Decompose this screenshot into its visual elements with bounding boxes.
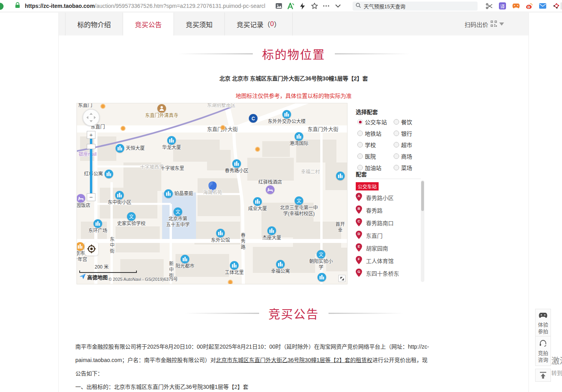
map-poi: 成业大厦 bbox=[248, 197, 267, 212]
property-link[interactable]: 北京市东城区东直门外大街乙36号院30幢1层等【2】套的租赁权 bbox=[216, 357, 372, 363]
bus-stop-item[interactable]: C春秀路南口 bbox=[356, 217, 419, 229]
map-poi: 东环广场 bbox=[88, 219, 107, 234]
bus-stops-list: A春秀路小区B春秀路C春秀路南口D东直门E胡家园南F工人体育馆G东四十条桥东 bbox=[356, 191, 419, 280]
scan-to-bid-button[interactable]: 扫码出价 bbox=[465, 13, 504, 35]
property-address: 北京 北京市 东城区东直门外大街乙36号院30幢1层等【2】套 bbox=[59, 74, 528, 82]
bus-stop-name: 工人体育馆 bbox=[366, 257, 394, 265]
map-poi: 阳光都市 bbox=[176, 255, 194, 269]
extension-icon[interactable] bbox=[0, 3, 4, 10]
bus-stop-name: 春秀路 bbox=[366, 206, 383, 214]
map-poi bbox=[228, 280, 233, 284]
facility-radio-option[interactable]: 地铁站 bbox=[357, 129, 394, 137]
facility-radio-option[interactable]: 商场 bbox=[394, 152, 430, 160]
map-poi bbox=[101, 104, 106, 109]
flash-icon[interactable] bbox=[297, 1, 308, 11]
school-icon: 文 bbox=[295, 196, 303, 205]
picture-icon[interactable] bbox=[273, 1, 285, 11]
facility-radio-label: 医院 bbox=[365, 152, 376, 160]
scissors-icon[interactable] bbox=[483, 1, 495, 11]
game-icon[interactable] bbox=[510, 1, 522, 11]
bus-stop-pin-icon: C bbox=[356, 218, 362, 228]
facility-radio-option[interactable]: 公交车站 bbox=[357, 118, 394, 126]
tab-announcement[interactable]: 竞买公告 bbox=[123, 13, 174, 35]
zoom-in-button[interactable]: + bbox=[87, 131, 95, 139]
location-section-title: 标的物位置 bbox=[59, 45, 528, 62]
reader-mode-icon[interactable] bbox=[285, 1, 297, 11]
building-icon bbox=[181, 255, 189, 263]
building-icon bbox=[164, 189, 173, 198]
tab-notice[interactable]: 竞买须知 bbox=[174, 13, 225, 35]
search-icon bbox=[356, 2, 361, 9]
facility-radio-option[interactable]: 银行 bbox=[394, 129, 430, 137]
title-decor-line bbox=[184, 313, 259, 314]
facility-radio-option[interactable]: 医院 bbox=[357, 152, 394, 160]
experience-bid-button[interactable]: 体验参拍 bbox=[535, 309, 551, 338]
map-poi: 十字坡西里 bbox=[140, 164, 164, 170]
map-poi: 文北京市第 五十五中学 bbox=[166, 207, 190, 228]
map-poi: 春秀路 bbox=[239, 233, 245, 250]
building-icon bbox=[295, 132, 303, 141]
map-poi: 文朝阳实验小学 bbox=[308, 250, 334, 271]
address-bar[interactable]: https://zc-item.taobao.com/auction/95957… bbox=[25, 3, 273, 9]
map-poi: 幸福二村 bbox=[301, 169, 320, 175]
tab-item-intro[interactable]: 标的物介绍 bbox=[65, 13, 123, 35]
chevron-down-icon[interactable] bbox=[332, 1, 344, 11]
title-decor-line bbox=[335, 53, 410, 54]
zoom-slider-thumb[interactable] bbox=[87, 144, 95, 149]
radio-icon bbox=[357, 153, 363, 159]
search-input[interactable]: 天气预报15天查询 bbox=[353, 2, 478, 11]
streetview-locate-control[interactable] bbox=[85, 242, 98, 256]
facility-radio-option[interactable]: 餐饮 bbox=[394, 118, 430, 126]
building-icon bbox=[115, 191, 124, 200]
facilities-panel: 选择配套 公交车站餐饮地铁站银行学校超市医院商场加油站菜场 配套 公交车站 A春… bbox=[347, 103, 426, 284]
translate-icon[interactable]: 译 bbox=[497, 1, 508, 11]
scrollbar-thumb[interactable] bbox=[421, 181, 424, 211]
bus-stop-pin-icon: B bbox=[356, 205, 362, 215]
map-poi: 红驿栈酒店 bbox=[258, 179, 282, 194]
compass-control[interactable] bbox=[82, 109, 100, 126]
poi-label: 海晟名苑 bbox=[203, 190, 222, 196]
bus-stop-item[interactable]: E胡家园南 bbox=[356, 242, 419, 254]
bus-stop-item[interactable]: A春秀路小区 bbox=[356, 191, 419, 204]
title-decor-line bbox=[329, 313, 403, 314]
svg-text:A: A bbox=[358, 194, 360, 198]
poi-label: 十字坡东里 bbox=[161, 166, 184, 172]
facility-radio-option[interactable]: 菜场 bbox=[394, 164, 430, 172]
star-icon[interactable] bbox=[308, 1, 320, 11]
tab-bid-records[interactable]: 竞买记录（0） bbox=[225, 13, 293, 35]
poi-label: 港湾国际 bbox=[289, 141, 308, 147]
bus-stop-item[interactable]: D东直门 bbox=[356, 229, 419, 242]
map-poi: 东直门外清真寺 bbox=[145, 104, 178, 119]
facility-radio-label: 商场 bbox=[401, 152, 412, 160]
page-title: 标的物位置 bbox=[262, 45, 325, 62]
svg-text:G: G bbox=[357, 270, 360, 274]
map-poi bbox=[220, 125, 226, 130]
back-to-top-button[interactable] bbox=[535, 369, 551, 382]
bus-stop-name: 胡家园南 bbox=[366, 244, 388, 252]
fullscreen-control[interactable] bbox=[338, 275, 345, 282]
more-icon[interactable] bbox=[320, 1, 332, 11]
poi-label: 春秀路小区 bbox=[225, 168, 248, 174]
zoom-out-button[interactable]: − bbox=[87, 193, 95, 201]
amap-map[interactable]: 东直门东直门外清真寺东直门银座mall天恒大厦华龙大厦十字坡西里十字坡东里红杉公… bbox=[77, 103, 347, 284]
announcement-paragraph: 南平市金融控股有限公司将于2025年8月20日10：00时起至2025年8月21… bbox=[75, 340, 432, 380]
map-poi: 文史家实验学校 bbox=[117, 212, 146, 227]
weibo-icon[interactable] bbox=[523, 1, 535, 11]
lock-icon[interactable] bbox=[15, 2, 20, 10]
gamepad-icon bbox=[539, 312, 547, 320]
poi-label: 春秀路 bbox=[239, 233, 245, 250]
facility-radio-option[interactable]: 超市 bbox=[394, 141, 430, 149]
stops-scrollbar[interactable] bbox=[421, 180, 424, 282]
map-poi bbox=[336, 172, 345, 180]
poi-label: 首开幸 bbox=[333, 222, 347, 233]
bus-stop-item[interactable]: F工人体育馆 bbox=[356, 254, 419, 267]
auction-consult-button[interactable]: 竞拍咨询 bbox=[535, 336, 551, 366]
bus-stop-item[interactable]: G东四十条桥东 bbox=[356, 267, 419, 280]
svg-text:E: E bbox=[358, 245, 360, 248]
map-poi: 东中街 bbox=[108, 237, 114, 254]
mail-icon[interactable] bbox=[537, 1, 549, 11]
bus-stop-item[interactable]: B春秀路 bbox=[356, 204, 419, 217]
building-icon bbox=[276, 260, 285, 269]
facility-radio-option[interactable]: 学校 bbox=[357, 141, 394, 149]
poi-dot-icon bbox=[101, 104, 106, 109]
